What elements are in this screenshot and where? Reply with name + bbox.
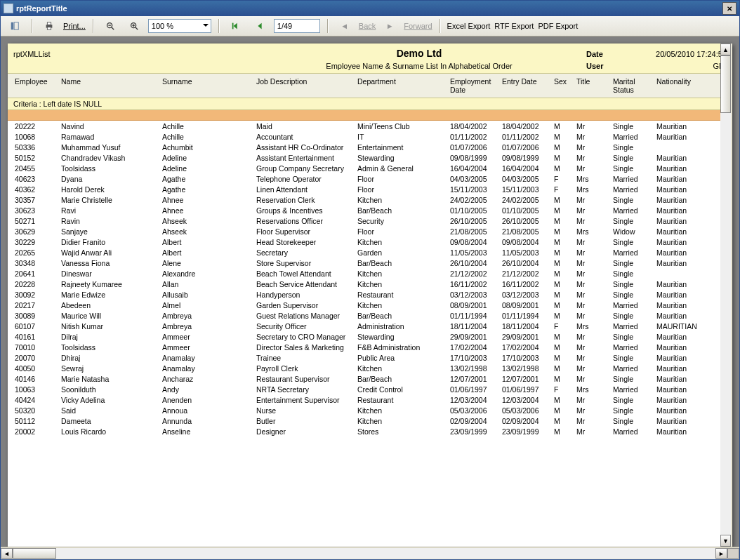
- horizontal-scrollbar[interactable]: ◄ ►: [1, 547, 739, 559]
- cell-sex: M: [553, 259, 575, 267]
- zoom-out-icon[interactable]: [100, 19, 120, 33]
- cell-emp: 40161: [13, 333, 60, 341]
- cell-nat: Mauritian: [655, 291, 714, 299]
- cell-en: 16/11/2002: [501, 280, 553, 288]
- cell-job: Designer: [255, 427, 356, 436]
- cell-nat: Mauritian: [655, 259, 714, 267]
- cell-sex: M: [553, 154, 575, 162]
- col-job: Job Description: [255, 76, 356, 95]
- cell-dept: Entertainment: [356, 143, 449, 152]
- cell-job: Beach Service Attendant: [255, 280, 356, 288]
- toolbar: Print... 100 % ◄ Back ► Forward Excel Ex…: [1, 16, 739, 36]
- cell-job: NRTA Secretary: [255, 385, 356, 394]
- table-row: 50152Chandradev VikashAdelineAssistant E…: [13, 152, 727, 163]
- first-page-icon[interactable]: [226, 19, 246, 33]
- cell-name: Marie Christelle: [60, 196, 161, 204]
- cell-ed: 13/02/1998: [449, 364, 501, 373]
- svg-marker-12: [233, 23, 237, 29]
- cell-dept: Bar/Beach: [356, 259, 449, 267]
- cell-job: Accountant: [255, 133, 356, 141]
- cell-emp: 20265: [13, 248, 60, 257]
- svg-rect-4: [47, 27, 51, 30]
- vscroll-thumb[interactable]: [720, 55, 731, 113]
- cell-mar: Single: [612, 122, 655, 131]
- scroll-left-icon[interactable]: ◄: [1, 548, 13, 559]
- print-button[interactable]: Print...: [63, 22, 86, 30]
- scroll-up-icon[interactable]: ▲: [720, 44, 731, 55]
- cell-job: Director Sales & Marketing: [255, 343, 356, 352]
- table-row: 30092Marie EdwizeAllusaibHandypersonRest…: [13, 289, 727, 300]
- cell-job: Butler: [255, 417, 356, 425]
- cell-mar: Single: [612, 312, 655, 320]
- hscroll-track[interactable]: [13, 548, 715, 559]
- vertical-scrollbar[interactable]: ▲ ▼: [720, 44, 732, 547]
- cell-sur: Agathe: [161, 175, 255, 183]
- cell-en: 26/10/2004: [501, 259, 553, 267]
- cell-sur: Annoua: [161, 406, 255, 415]
- zoom-in-icon[interactable]: [124, 19, 144, 33]
- table-row: 20222NavindAchilleMaidMini/Teens Club18/…: [13, 121, 727, 131]
- svg-rect-3: [47, 22, 51, 25]
- cell-mar: Married: [612, 248, 655, 257]
- cell-ed: 04/03/2005: [449, 175, 501, 183]
- cell-dept: Floor: [356, 175, 449, 183]
- cell-name: Toolsidass: [60, 343, 161, 352]
- toggle-tree-icon[interactable]: [5, 19, 25, 33]
- table-row: 30089Maurice WillAmbreyaGuest Relations …: [13, 310, 727, 321]
- cell-dept: Kitchen: [356, 269, 449, 278]
- cell-nat: Mauritian: [655, 406, 714, 415]
- table-row: 30629SanjayeAhseekFloor SupervisorFloor2…: [13, 226, 727, 236]
- cell-ed: 12/03/2004: [449, 396, 501, 404]
- cell-dept: Restaurant: [356, 291, 449, 299]
- cell-title: Mr: [575, 280, 612, 288]
- cell-mar: Single: [612, 196, 655, 204]
- table-row: 50336Muhammad YusufAchumbitAssistant HR …: [13, 142, 727, 152]
- cell-nat: Mauritian: [655, 227, 714, 236]
- criteria-bar: Criteria : Left date IS NULL: [8, 98, 732, 110]
- cell-ed: 09/08/2004: [449, 238, 501, 246]
- prev-page-icon[interactable]: [250, 19, 270, 33]
- cell-job: Floor Supervisor: [255, 227, 356, 236]
- hscroll-thumb[interactable]: [13, 548, 56, 559]
- close-button[interactable]: ✕: [722, 2, 736, 15]
- cell-en: 23/09/1999: [501, 427, 553, 436]
- excel-export-button[interactable]: Excel Export: [447, 22, 491, 30]
- zoom-select[interactable]: 100 %: [148, 19, 211, 33]
- scroll-right-icon[interactable]: ►: [715, 548, 727, 559]
- cell-sex: M: [553, 133, 575, 141]
- cell-sur: Achumbit: [161, 143, 255, 152]
- cell-dept: Bar/Beach: [356, 206, 449, 215]
- cell-job: Group Company Secretary: [255, 164, 356, 173]
- cell-mar: Married: [612, 364, 655, 373]
- cell-title: Mr: [575, 248, 612, 257]
- cell-title: Mr: [575, 291, 612, 299]
- printer-icon[interactable]: [39, 19, 59, 33]
- cell-name: Dameeta: [60, 417, 161, 425]
- table-row: 40146Marie NatashaAncharazRestaurant Sup…: [13, 373, 727, 384]
- zoom-value: 100 %: [152, 22, 173, 30]
- rtf-export-button[interactable]: RTF Export: [494, 22, 534, 30]
- cell-emp: 50271: [13, 217, 60, 225]
- scroll-down-icon[interactable]: ▼: [720, 535, 731, 547]
- page-input[interactable]: [274, 19, 320, 33]
- cell-mar: Single: [612, 217, 655, 225]
- back-arrow-icon: ◄: [335, 19, 355, 33]
- cell-job: Beach Towel Attendant: [255, 269, 356, 278]
- pdf-export-button[interactable]: PDF Export: [538, 22, 578, 30]
- cell-sur: Allusaib: [161, 291, 255, 299]
- vscroll-track[interactable]: [720, 55, 731, 535]
- cell-name: Vanessa Fiona: [60, 259, 161, 267]
- scrollbar-corner: [727, 548, 739, 559]
- svg-line-9: [136, 27, 138, 30]
- cell-job: Maid: [255, 122, 356, 131]
- cell-sur: Ahnee: [161, 196, 255, 204]
- cell-mar: Single: [612, 238, 655, 246]
- cell-mar: Married: [612, 343, 655, 352]
- cell-nat: Mauritian: [655, 122, 714, 131]
- cell-en: 17/02/2004: [501, 343, 553, 352]
- table-row: 60107Nitish KumarAmbreyaSecurity Officer…: [13, 321, 727, 331]
- col-marital: Marital Status: [612, 76, 655, 95]
- report-listname: rptXMLList: [13, 50, 252, 58]
- cell-title: Mr: [575, 259, 612, 267]
- cell-en: 18/11/2004: [501, 322, 553, 331]
